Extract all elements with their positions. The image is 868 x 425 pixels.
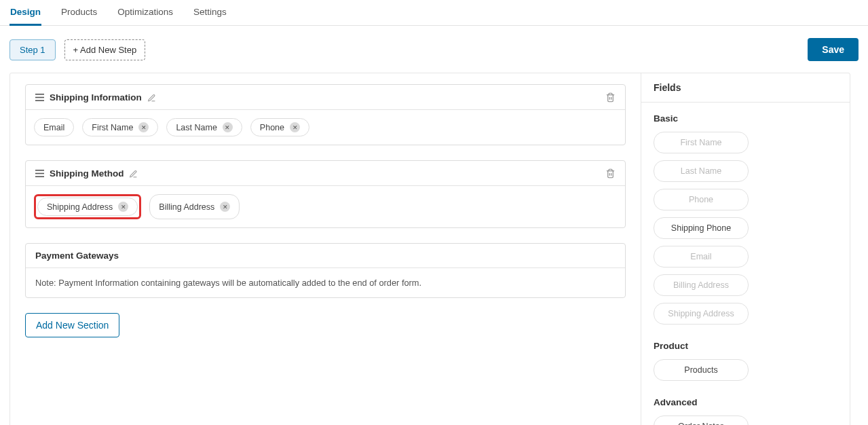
- save-button[interactable]: Save: [808, 38, 858, 61]
- field-pill-shipping-phone[interactable]: Shipping Phone: [654, 217, 749, 239]
- field-chip-first-name[interactable]: First Name ✕: [82, 118, 158, 136]
- chip-label: Email: [43, 123, 64, 132]
- tabs: Design Products Optimizations Settings: [0, 0, 868, 26]
- field-pill-email[interactable]: Email: [654, 246, 749, 267]
- close-icon[interactable]: ✕: [118, 202, 128, 212]
- add-step-button[interactable]: + Add New Step: [64, 39, 146, 60]
- svg-rect-1: [35, 96, 44, 98]
- form-canvas: Shipping Information Email First Name ✕: [10, 73, 641, 425]
- field-pill-shipping-address[interactable]: Shipping Address: [654, 303, 749, 325]
- chip-label: Phone: [260, 123, 284, 132]
- tab-products[interactable]: Products: [60, 7, 98, 25]
- section-title: Shipping Method: [50, 168, 124, 179]
- field-pill-billing-address[interactable]: Billing Address: [654, 274, 749, 296]
- svg-rect-2: [35, 100, 44, 101]
- chip-label: Last Name: [176, 123, 216, 132]
- payment-gateways-section: Payment Gateways Note: Payment Informati…: [25, 243, 626, 298]
- field-chip-shipping-address[interactable]: Shipping Address ✕: [34, 194, 141, 219]
- tab-settings[interactable]: Settings: [193, 7, 227, 25]
- section-title: Shipping Information: [50, 92, 142, 103]
- close-icon[interactable]: ✕: [290, 122, 300, 132]
- field-pill-order-notes[interactable]: Order Notes: [654, 415, 749, 425]
- group-title-product: Product: [654, 341, 837, 351]
- fields-panel: Fields Basic First Name Last Name Phone …: [641, 73, 850, 425]
- group-title-basic: Basic: [654, 113, 837, 124]
- fields-panel-title: Fields: [641, 73, 850, 103]
- chip-label: First Name: [92, 123, 133, 132]
- close-icon[interactable]: ✕: [223, 122, 233, 132]
- chip-label: Billing Address: [159, 202, 214, 212]
- payment-gateways-note: Note: Payment Information containing gat…: [26, 268, 625, 297]
- field-pill-phone[interactable]: Phone: [654, 189, 749, 210]
- field-chip-last-name[interactable]: Last Name ✕: [166, 118, 242, 136]
- field-pill-first-name[interactable]: First Name: [654, 132, 749, 153]
- svg-rect-5: [35, 170, 44, 171]
- chip-label: Shipping Address: [47, 202, 113, 212]
- drag-handle-icon[interactable]: [35, 94, 44, 101]
- payment-gateways-title: Payment Gateways: [26, 244, 625, 268]
- drag-handle-icon[interactable]: [35, 170, 44, 177]
- field-chip-email[interactable]: Email: [34, 118, 74, 136]
- close-icon[interactable]: ✕: [220, 202, 230, 212]
- svg-rect-6: [35, 172, 44, 174]
- svg-rect-7: [35, 176, 44, 177]
- field-chip-phone[interactable]: Phone ✕: [250, 118, 309, 136]
- field-pill-products[interactable]: Products: [654, 359, 749, 381]
- field-chip-billing-address[interactable]: Billing Address ✕: [149, 194, 240, 219]
- tab-design[interactable]: Design: [10, 7, 41, 26]
- pencil-icon[interactable]: [147, 92, 156, 103]
- step-1-button[interactable]: Step 1: [10, 39, 56, 60]
- toolbar: Step 1 + Add New Step Save: [0, 26, 868, 61]
- trash-icon[interactable]: [605, 168, 616, 179]
- pencil-icon[interactable]: [129, 168, 138, 179]
- svg-rect-0: [35, 94, 44, 95]
- trash-icon[interactable]: [605, 92, 616, 103]
- close-icon[interactable]: ✕: [138, 122, 149, 132]
- section-shipping-information: Shipping Information Email First Name ✕: [25, 84, 626, 145]
- group-title-advanced: Advanced: [654, 397, 837, 407]
- section-shipping-method: Shipping Method Shipping Address ✕: [25, 160, 626, 228]
- tab-optimizations[interactable]: Optimizations: [117, 7, 174, 25]
- field-pill-last-name[interactable]: Last Name: [654, 160, 749, 182]
- add-new-section-button[interactable]: Add New Section: [25, 313, 119, 337]
